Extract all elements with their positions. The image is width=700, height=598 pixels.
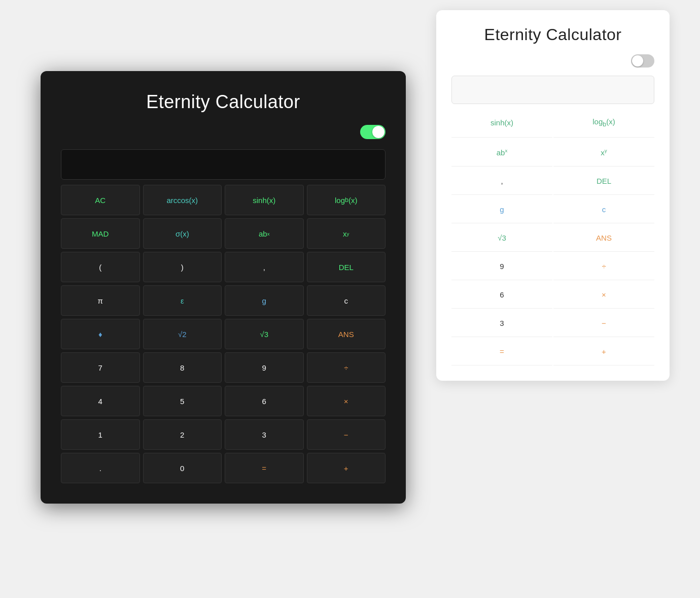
light-btn-minus[interactable]: − — [553, 310, 654, 337]
light-btn-logb[interactable]: logb(x) — [553, 108, 654, 138]
light-btn-comma[interactable]: , — [451, 168, 552, 195]
dark-btn-abx[interactable]: abx — [225, 218, 304, 249]
light-btn-sqrt3[interactable]: √3 — [451, 224, 552, 252]
dark-btn-2[interactable]: 2 — [143, 419, 222, 450]
dark-btn-0[interactable]: 0 — [143, 453, 222, 483]
dark-btn-6[interactable]: 6 — [225, 386, 304, 416]
dark-btn-dot[interactable]: . — [61, 453, 140, 483]
dark-btn-del[interactable]: DEL — [307, 252, 386, 282]
dark-button-grid: AC arccos(x) sinh(x) logb(x) MAD σ(x) ab… — [61, 185, 386, 483]
dark-btn-arccos[interactable]: arccos(x) — [143, 185, 222, 215]
light-theme-toggle[interactable] — [631, 54, 654, 68]
light-calculator: Eternity Calculator sinh(x) logb(x) abx … — [436, 10, 670, 381]
dark-btn-sinh[interactable]: sinh(x) — [225, 185, 304, 215]
light-btn-plus[interactable]: + — [553, 338, 654, 366]
light-button-grid: sinh(x) logb(x) abx xy , DEL g c √3 ANS … — [451, 108, 654, 366]
dark-btn-diamond[interactable]: ♦ — [61, 319, 140, 349]
dark-btn-equals[interactable]: = — [225, 453, 304, 483]
dark-theme-toggle[interactable] — [360, 125, 386, 139]
dark-btn-c[interactable]: c — [307, 285, 386, 316]
light-btn-ans[interactable]: ANS — [553, 224, 654, 252]
dark-btn-4[interactable]: 4 — [61, 386, 140, 416]
light-btn-6[interactable]: 6 — [451, 281, 552, 309]
light-btn-g[interactable]: g — [451, 196, 552, 223]
dark-btn-ans[interactable]: ANS — [307, 319, 386, 349]
dark-btn-lparen[interactable]: ( — [61, 252, 140, 282]
light-btn-sinh[interactable]: sinh(x) — [451, 108, 552, 138]
dark-btn-3[interactable]: 3 — [225, 419, 304, 450]
dark-btn-9[interactable]: 9 — [225, 352, 304, 383]
toggle-knob — [632, 55, 643, 67]
toggle-knob-dark — [372, 126, 384, 138]
light-btn-del[interactable]: DEL — [553, 168, 654, 195]
light-btn-9[interactable]: 9 — [451, 253, 552, 280]
light-btn-equals[interactable]: = — [451, 338, 552, 366]
light-calc-title: Eternity Calculator — [451, 25, 654, 44]
dark-btn-1[interactable]: 1 — [61, 419, 140, 450]
dark-calculator: Eternity Calculator AC arccos(x) sinh(x)… — [41, 71, 406, 504]
dark-btn-rparen[interactable]: ) — [143, 252, 222, 282]
light-btn-abx[interactable]: abx — [451, 139, 552, 167]
dark-btn-mad[interactable]: MAD — [61, 218, 140, 249]
dark-btn-multiply[interactable]: × — [307, 386, 386, 416]
light-btn-3[interactable]: 3 — [451, 310, 552, 337]
dark-btn-sigma[interactable]: σ(x) — [143, 218, 222, 249]
dark-btn-5[interactable]: 5 — [143, 386, 222, 416]
dark-btn-7[interactable]: 7 — [61, 352, 140, 383]
dark-btn-ac[interactable]: AC — [61, 185, 140, 215]
dark-btn-pi[interactable]: π — [61, 285, 140, 316]
dark-calc-title: Eternity Calculator — [61, 91, 386, 113]
dark-btn-plus[interactable]: + — [307, 453, 386, 483]
dark-btn-epsilon[interactable]: ε — [143, 285, 222, 316]
dark-btn-sqrt2[interactable]: √2 — [143, 319, 222, 349]
dark-btn-logb[interactable]: logb(x) — [307, 185, 386, 215]
light-btn-divide[interactable]: ÷ — [553, 253, 654, 280]
dark-btn-8[interactable]: 8 — [143, 352, 222, 383]
light-toggle-row — [451, 54, 654, 68]
dark-btn-comma[interactable]: , — [225, 252, 304, 282]
dark-btn-g[interactable]: g — [225, 285, 304, 316]
dark-btn-divide[interactable]: ÷ — [307, 352, 386, 383]
dark-btn-minus[interactable]: − — [307, 419, 386, 450]
light-btn-c[interactable]: c — [553, 196, 654, 223]
dark-btn-sqrt3[interactable]: √3 — [225, 319, 304, 349]
light-btn-xy[interactable]: xy — [553, 139, 654, 167]
light-display[interactable] — [451, 76, 654, 104]
dark-btn-xy[interactable]: xy — [307, 218, 386, 249]
light-btn-multiply[interactable]: × — [553, 281, 654, 309]
dark-display[interactable] — [61, 149, 386, 180]
dark-toggle-row — [61, 125, 386, 139]
